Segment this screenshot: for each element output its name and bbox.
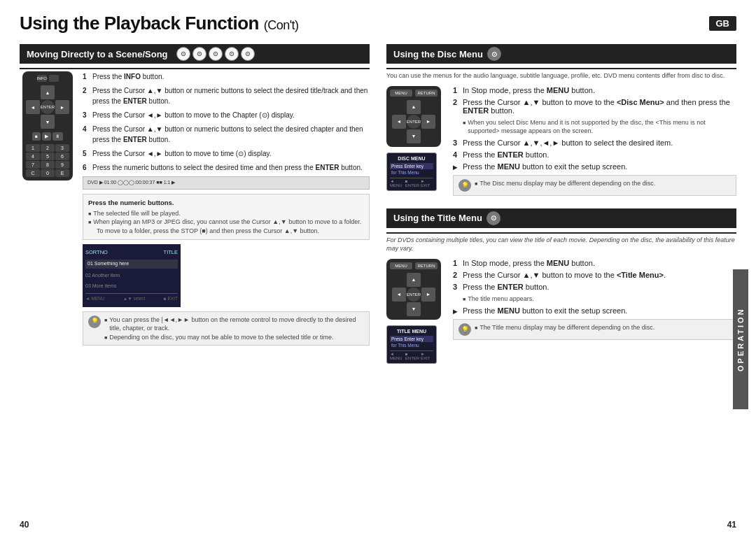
disc-step-1: 1 In Stop mode, press the MENU button.	[453, 86, 736, 94]
operation-sidebar: OPERATION	[733, 269, 748, 409]
disc-icon-1: ⊙	[176, 47, 190, 61]
page-title: Using the Playback Function (Con't)	[20, 13, 299, 34]
disc-dpad-left[interactable]: ◄	[392, 115, 406, 129]
disc-icon-3: ⊙	[209, 47, 223, 61]
step-4: 4 Press the Cursor ▲,▼ button or numeric…	[83, 124, 370, 145]
disc-remote: MENU RETURN ▲ ◄ ENTER ►	[386, 86, 441, 147]
step-3: 3 Press the Cursor ◄,► button to move to…	[83, 110, 370, 120]
pause-button[interactable]: ⏸	[52, 132, 63, 141]
menu-button[interactable]: MENU	[390, 90, 412, 97]
step-2: 2 Press the Cursor ▲,▼ button or numeric…	[83, 85, 370, 106]
num-5[interactable]: 5	[41, 153, 55, 160]
title-dpad-down[interactable]: ▼	[407, 302, 421, 316]
num-7[interactable]: 7	[26, 161, 40, 169]
step-5: 5 Press the Cursor ◄,► button to move to…	[83, 148, 370, 159]
title-dpad-right[interactable]: ►	[421, 288, 435, 302]
disc-menu-item-2: for This Menu	[390, 169, 433, 176]
disc-step-3: 3 Press the Cursor ▲,▼,◄,► button to sel…	[453, 139, 736, 147]
screen-row1: SORTNOTITLE	[85, 248, 178, 256]
disc-menu-screen: DISC MENU Press Enter key for This Menu …	[386, 153, 437, 191]
num-0[interactable]: 0	[41, 169, 55, 177]
title-tip-icon: 💡	[458, 323, 471, 336]
disc-step-2: 2 Press the Cursor ▲,▼ button to move to…	[453, 98, 736, 115]
dpad: ▲ ◄ ENTER ► ▼	[26, 85, 69, 129]
disc-section-title: Using the Disc Menu	[393, 49, 483, 59]
tip-content: You can press the |◄◄,►► button on the r…	[104, 316, 364, 342]
note-1: The selected file will be played.	[88, 209, 364, 218]
title-return-button[interactable]: RETURN	[415, 262, 438, 269]
title-heading-icon: ⊙	[486, 211, 500, 225]
disc-tip-box: 💡 The Disc menu display may be different…	[453, 175, 736, 196]
num-8[interactable]: 8	[41, 161, 55, 169]
right-column: Using the Disc Menu ⊙ You can use the me…	[386, 44, 736, 511]
title-remote: MENU RETURN ▲ ◄ ENTER ►	[386, 259, 441, 320]
title-divider	[386, 232, 736, 234]
heading-icons: ⊙ ⊙ ⊙ ⊙ ⊙	[176, 47, 255, 61]
title-menu-note: The title menu appears.	[463, 295, 736, 304]
disc-menu-section: Using the Disc Menu ⊙ You can use the me…	[386, 44, 736, 196]
num-3[interactable]: 3	[55, 144, 69, 152]
dpad-right[interactable]: ►	[55, 100, 69, 114]
disc-remote-col: MENU RETURN ▲ ◄ ENTER ►	[386, 86, 446, 196]
num-1[interactable]: 1	[26, 144, 40, 152]
title-menu-screen: TITLE MENU Press Enter key for This Menu…	[386, 325, 437, 364]
disc-enter-button[interactable]: ENTER	[407, 115, 421, 129]
title-body: MENU RETURN ▲ ◄ ENTER ►	[386, 259, 736, 364]
disc-divider	[386, 68, 736, 69]
num-6[interactable]: 6	[55, 153, 69, 160]
enter-button[interactable]: ENTER	[41, 100, 55, 114]
disc-dpad-up[interactable]: ▲	[407, 100, 421, 114]
title-dpad: ▲ ◄ ENTER ► ▼	[392, 273, 435, 316]
info-button[interactable]: INFO	[37, 75, 47, 82]
dpad-down[interactable]: ▼	[41, 115, 55, 129]
page-right: 41	[727, 520, 736, 530]
note-2: When playing an MP3 or JPEG disc, you ca…	[88, 218, 364, 227]
remote-control: INFO ▲ ◄ ENTER ► ▼	[22, 71, 73, 180]
left-steps: 1 Press the INFO button. 2 Press the Cur…	[83, 71, 370, 511]
title-dpad-up[interactable]: ▲	[407, 273, 421, 287]
title-section-title: Using the Title Menu	[393, 213, 482, 223]
screen-row3: 03 More items	[85, 283, 178, 290]
dpad-up[interactable]: ▲	[41, 85, 55, 99]
disc-dpad: ▲ ◄ ENTER ► ▼	[392, 100, 435, 143]
disc-step-4: 4 Press the ENTER button.	[453, 150, 736, 159]
gb-badge: GB	[709, 16, 737, 31]
num-9[interactable]: 9	[55, 161, 69, 169]
disc-tip-icon: 💡	[458, 179, 471, 192]
disc-step-arrow: Press the MENU button to exit the setup …	[453, 162, 736, 171]
disc-dpad-right[interactable]: ►	[421, 115, 435, 129]
page-container: Using the Playback Function (Con't) GB M…	[0, 0, 756, 538]
progress-display: DVD ▶ 01:00 ◯◯◯:00:00:37 ■■ 1:1 ▶	[83, 176, 370, 190]
disc-heading-icon: ⊙	[487, 47, 501, 61]
title-step-2: 2 Press the Cursor ▲,▼ button to move to…	[453, 271, 736, 279]
disc-tip-text: The Disc menu display may be different d…	[475, 179, 655, 188]
screen-selected-row: 01 Something here	[85, 260, 178, 269]
play-button[interactable]: ▶	[42, 132, 51, 141]
title-menu-button[interactable]: MENU	[390, 262, 412, 269]
num-2[interactable]: 2	[41, 144, 55, 152]
disc-dpad-down[interactable]: ▼	[407, 129, 421, 143]
title-enter-button[interactable]: ENTER	[407, 288, 421, 302]
disc-section-heading: Using the Disc Menu ⊙	[386, 44, 736, 64]
num-clear[interactable]: C	[26, 169, 40, 177]
left-divider	[20, 68, 370, 69]
tip-2: Depending on the disc, you may not be ab…	[104, 333, 364, 342]
stop-button[interactable]: ■	[32, 132, 41, 141]
title-top-btns: MENU RETURN	[390, 262, 438, 269]
remote-control-area: INFO ▲ ◄ ENTER ► ▼	[20, 71, 76, 511]
title-tip-text: The Title menu display may be different …	[475, 323, 654, 332]
step-1: 1 Press the INFO button.	[83, 71, 370, 82]
dpad-left[interactable]: ◄	[26, 100, 40, 114]
return-button[interactable]: RETURN	[415, 90, 438, 97]
main-columns: Moving Directly to a Scene/Song ⊙ ⊙ ⊙ ⊙ …	[20, 44, 736, 511]
step-6: 6 Press the numeric buttons to select th…	[83, 162, 370, 173]
disc-menu-bottom: ◄ MENU■ ENTER► EXIT	[390, 178, 433, 187]
numeric-note-block: Press the numeric buttons. The selected …	[83, 194, 370, 240]
num-4[interactable]: 4	[26, 153, 40, 160]
num-enter[interactable]: E	[55, 169, 69, 177]
title-dpad-left[interactable]: ◄	[392, 288, 406, 302]
title-tip-box: 💡 The Title menu display may be differen…	[453, 319, 736, 340]
title-section-heading: Using the Title Menu ⊙	[386, 208, 736, 228]
screen-inner: SORTNOTITLE 01 Something here 02 Another…	[83, 244, 181, 307]
disc-icon-5: ⊙	[241, 47, 255, 61]
